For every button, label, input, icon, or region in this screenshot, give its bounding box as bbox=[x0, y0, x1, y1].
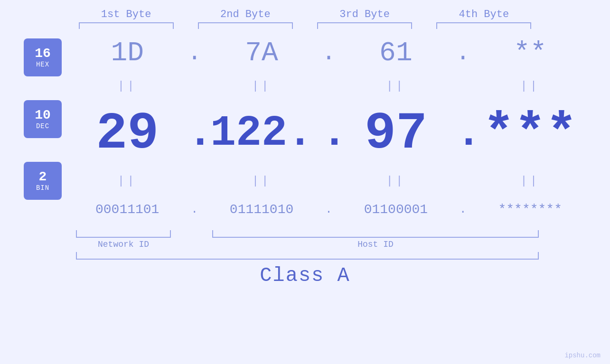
dec-val-2: 122. bbox=[209, 109, 314, 158]
bin-badge: 2 BIN bbox=[24, 162, 62, 200]
equals-row-2: || || || || bbox=[71, 171, 586, 190]
byte-label-2: 2nd Byte bbox=[193, 9, 298, 20]
hex-badge-label: HEX bbox=[36, 61, 49, 68]
dec-val-3: 97 bbox=[344, 104, 448, 163]
dec-val-4: *** bbox=[478, 104, 582, 163]
byte-label-1: 1st Byte bbox=[74, 9, 178, 20]
byte-headers: 1st Byte 2nd Byte 3rd Byte 4th Byte bbox=[0, 9, 610, 20]
hex-row: 1D . 7A . 61 . ** bbox=[71, 29, 586, 76]
host-id-section: Host ID bbox=[212, 230, 539, 249]
bin-badge-label: BIN bbox=[36, 184, 49, 192]
eq-1-2: || bbox=[209, 80, 314, 93]
network-id-label: Network ID bbox=[98, 240, 149, 249]
eq-2-2: || bbox=[209, 175, 314, 187]
badges-column: 16 HEX 10 DEC 2 BIN bbox=[24, 29, 71, 228]
host-id-label: Host ID bbox=[357, 240, 394, 249]
bin-dot-1: . bbox=[188, 203, 202, 216]
outer-bottom-bracket bbox=[76, 252, 539, 260]
bottom-annotation: Network ID Host ID bbox=[0, 230, 610, 249]
class-label: Class A bbox=[260, 264, 350, 287]
hex-dot-2: . bbox=[321, 39, 336, 66]
hex-badge: 16 HEX bbox=[24, 38, 62, 76]
dec-dot-2: . bbox=[321, 109, 336, 158]
hex-val-4: ** bbox=[478, 37, 582, 68]
dec-badge-number: 10 bbox=[35, 108, 51, 123]
bin-row: 00011101 . 01111010 . 01100001 . *******… bbox=[71, 190, 586, 228]
top-bracket-2 bbox=[198, 22, 293, 29]
top-brackets bbox=[0, 22, 610, 29]
dec-dot-3: . bbox=[456, 109, 470, 158]
bin-badge-number: 2 bbox=[39, 170, 47, 185]
hex-val-3: 61 bbox=[344, 37, 448, 68]
byte-label-3: 3rd Byte bbox=[312, 9, 417, 20]
watermark: ipshu.com bbox=[564, 352, 601, 359]
bin-val-2: 01111010 bbox=[209, 202, 314, 217]
hex-val-1: 1D bbox=[75, 37, 179, 68]
hex-badge-number: 16 bbox=[35, 47, 51, 61]
top-bracket-3 bbox=[317, 22, 412, 29]
top-bracket-1 bbox=[79, 22, 174, 29]
bin-val-1: 00011101 bbox=[75, 202, 179, 217]
eq-2-3: || bbox=[344, 175, 448, 187]
eq-1-4: || bbox=[478, 80, 582, 93]
rows-with-badges: 16 HEX 10 DEC 2 BIN 1D bbox=[0, 29, 610, 228]
bin-dot-3: . bbox=[456, 203, 470, 216]
eq-1-1: || bbox=[75, 80, 179, 93]
dec-val-1: 29 bbox=[75, 104, 179, 163]
outer-bracket-section bbox=[0, 252, 610, 260]
dec-row: 29 . 122. . 97 . *** bbox=[71, 95, 586, 171]
bin-dot-2: . bbox=[321, 203, 336, 216]
network-id-section: Network ID bbox=[76, 230, 171, 249]
hex-dot-3: . bbox=[456, 39, 470, 66]
dec-dot-1: . bbox=[188, 109, 202, 158]
dec-badge: 10 DEC bbox=[24, 100, 62, 138]
host-bottom-bracket bbox=[212, 230, 539, 238]
hex-val-2: 7A bbox=[209, 37, 314, 68]
bottom-brackets-flex: Network ID Host ID bbox=[76, 230, 539, 249]
hex-dot-1: . bbox=[188, 39, 202, 66]
eq-2-4: || bbox=[478, 175, 582, 187]
values-grid: 1D . 7A . 61 . ** || || || || 29 bbox=[71, 29, 586, 228]
bin-val-4: ******** bbox=[478, 202, 582, 217]
top-bracket-4 bbox=[436, 22, 531, 29]
network-bottom-bracket bbox=[76, 230, 171, 238]
eq-2-1: || bbox=[75, 175, 179, 187]
eq-1-3: || bbox=[344, 80, 448, 93]
bin-val-3: 01100001 bbox=[344, 202, 448, 217]
equals-row-1: || || || || bbox=[71, 76, 586, 95]
byte-label-4: 4th Byte bbox=[432, 9, 536, 20]
main-container: 1st Byte 2nd Byte 3rd Byte 4th Byte 16 H… bbox=[0, 0, 610, 364]
dec-badge-label: DEC bbox=[36, 122, 49, 130]
